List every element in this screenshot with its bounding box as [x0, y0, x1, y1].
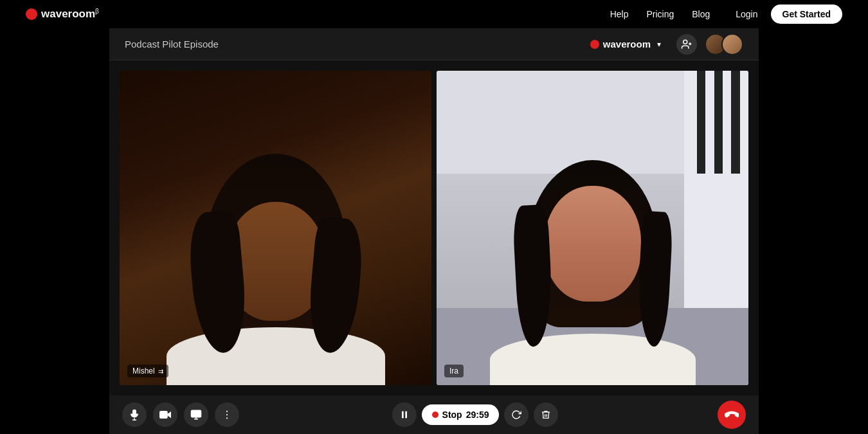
bottom-controls: Stop 29:59 — [109, 395, 759, 434]
avatar-ira — [721, 33, 743, 55]
wall-stripes — [697, 71, 748, 174]
session-title: Podcast Pilot Episode — [125, 39, 219, 50]
participant-name-mishel: Mishel ⇉ — [127, 365, 168, 377]
main-container: Podcast Pilot Episode waveroom ▾ — [109, 28, 759, 434]
delete-button[interactable] — [534, 402, 558, 427]
refresh-button[interactable] — [504, 402, 529, 427]
recording-timer: 29:59 — [466, 410, 489, 420]
nav-pricing[interactable]: Pricing — [646, 9, 674, 19]
nav-links: Help Pricing Blog — [610, 9, 710, 19]
recording-dot — [432, 411, 439, 418]
video-tile-ira: Ira — [437, 71, 748, 385]
logo[interactable]: waveroomβ — [26, 8, 99, 21]
more-options-button[interactable] — [215, 402, 239, 427]
nav-help[interactable]: Help — [610, 9, 629, 19]
nav-blog[interactable]: Blog — [692, 9, 710, 19]
participant-avatars — [705, 33, 743, 55]
video-tile-mishel: Mishel ⇉ — [120, 71, 431, 385]
svg-rect-15 — [405, 411, 407, 419]
camera-button[interactable] — [153, 402, 177, 427]
video-area: Mishel ⇉ — [109, 60, 759, 395]
svg-point-11 — [226, 411, 228, 412]
brand-dot — [590, 40, 599, 49]
recording-controls: Stop 29:59 — [392, 402, 559, 427]
stop-recording-button[interactable]: Stop 29:59 — [422, 404, 500, 425]
mic-indicator-mishel: ⇉ — [158, 368, 163, 375]
svg-rect-7 — [160, 411, 167, 419]
session-brand[interactable]: waveroom ▾ — [590, 39, 661, 50]
svg-rect-14 — [402, 411, 404, 419]
logo-dot — [26, 8, 37, 20]
screen-share-button[interactable] — [184, 402, 208, 427]
pause-button[interactable] — [392, 402, 417, 427]
svg-point-13 — [226, 417, 228, 419]
login-link[interactable]: Login — [736, 9, 757, 19]
top-navigation: waveroomβ Help Pricing Blog Login Get St… — [0, 0, 868, 28]
participant-name-ira: Ira — [444, 365, 464, 377]
stop-label: Stop — [442, 410, 462, 420]
microphone-button[interactable] — [122, 402, 147, 427]
logo-text: waveroomβ — [41, 8, 99, 21]
chevron-down-icon: ▾ — [657, 40, 661, 49]
brand-name: waveroom — [603, 39, 651, 50]
end-call-button[interactable] — [718, 401, 746, 429]
session-header: Podcast Pilot Episode waveroom ▾ — [109, 28, 759, 60]
svg-point-0 — [683, 40, 687, 44]
session-controls — [676, 33, 743, 55]
svg-rect-8 — [192, 410, 201, 417]
svg-marker-6 — [167, 412, 170, 417]
nav-actions: Login Get Started — [736, 5, 842, 24]
get-started-button[interactable]: Get Started — [771, 5, 842, 24]
add-user-button[interactable] — [676, 34, 697, 55]
svg-point-12 — [226, 414, 228, 415]
